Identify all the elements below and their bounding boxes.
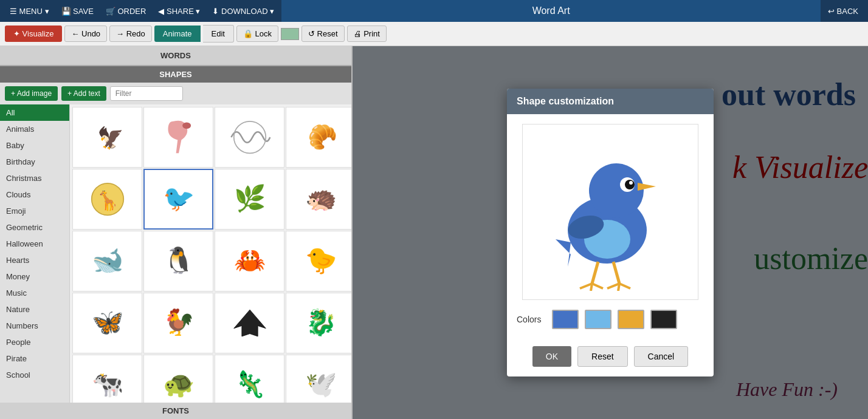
shape-crab[interactable]: 🦀 <box>215 231 284 291</box>
shape-dragon[interactable]: 🐉 <box>286 293 351 353</box>
svg-line-33 <box>592 262 598 284</box>
print-button[interactable]: 🖨 Print <box>347 26 387 42</box>
svg-line-40 <box>619 284 630 288</box>
svg-text:🦒: 🦒 <box>95 189 119 212</box>
category-item-hearts[interactable]: Hearts <box>0 252 69 268</box>
svg-marker-30 <box>638 183 656 191</box>
svg-text:🐋: 🐋 <box>91 245 123 276</box>
svg-line-37 <box>592 284 603 288</box>
category-item-animals[interactable]: Animals <box>0 121 69 137</box>
category-item-numbers[interactable]: Numbers <box>0 318 69 334</box>
category-item-money[interactable]: Money <box>0 268 69 285</box>
color-swatch-blue[interactable] <box>552 310 579 329</box>
shape-wave[interactable] <box>215 107 284 168</box>
shape-eagle[interactable] <box>215 293 284 353</box>
category-item-nature[interactable]: Nature <box>0 301 69 318</box>
canvas-area[interactable]: out words k Visualize ustomize Have Fun … <box>353 46 868 419</box>
svg-point-2 <box>233 121 266 154</box>
modal-title: Shape customization <box>507 89 714 114</box>
svg-point-28 <box>625 180 635 189</box>
shape-giraffe[interactable]: 🦒 <box>72 169 142 230</box>
shape-bird-feet[interactable]: 🦅 <box>72 107 142 168</box>
order-button[interactable]: 🛒 ORDER <box>101 4 151 18</box>
category-item-christmas[interactable]: Christmas <box>0 170 69 186</box>
save-button[interactable]: 💾 SAVE <box>57 4 98 18</box>
svg-text:🌿: 🌿 <box>233 183 266 214</box>
shape-butterfly[interactable]: 🦋 <box>72 293 142 353</box>
shape-whale[interactable]: 🐋 <box>72 231 142 291</box>
shape-rooster[interactable]: 🐓 <box>143 293 213 353</box>
lock-button[interactable]: 🔒 Lock <box>236 26 278 42</box>
category-item-all[interactable]: All <box>0 104 69 121</box>
add-text-button[interactable]: + Add text <box>61 86 106 101</box>
category-item-school[interactable]: School <box>0 367 69 383</box>
modal-reset-button[interactable]: Reset <box>577 346 628 367</box>
category-item-clouds[interactable]: Clouds <box>0 186 69 203</box>
svg-marker-32 <box>556 239 571 267</box>
share-button[interactable]: ◀ SHARE ▾ <box>153 4 205 18</box>
reset-button[interactable]: ↺ Reset <box>301 26 345 42</box>
top-toolbar: ☰ MENU ▾ 💾 SAVE 🛒 ORDER ◀ SHARE ▾ ⬇ DOWN… <box>0 0 868 22</box>
shape-penguin[interactable]: 🐧 <box>143 231 213 291</box>
svg-text:🦅: 🦅 <box>97 125 123 151</box>
category-item-people[interactable]: People <box>0 334 69 350</box>
category-item-geometric[interactable]: Geometric <box>0 219 69 236</box>
svg-text:🦎: 🦎 <box>233 369 266 400</box>
animate-button[interactable]: Animate <box>154 26 201 42</box>
category-item-baby[interactable]: Baby <box>0 137 69 154</box>
tab-shapes[interactable]: SHAPES <box>0 66 351 83</box>
filter-input[interactable] <box>110 86 183 101</box>
svg-point-26 <box>589 163 644 218</box>
menu-button[interactable]: ☰ MENU ▾ <box>5 4 54 18</box>
second-toolbar: ✦ Visualize ← Undo → Redo Animate Edit 🔒… <box>0 22 868 46</box>
shape-bluebird[interactable]: 🐦 <box>143 169 213 230</box>
shape-dove[interactable]: 🕊️ <box>286 355 351 403</box>
category-item-birthday[interactable]: Birthday <box>0 154 69 170</box>
redo-button[interactable]: → Redo <box>109 26 152 42</box>
colors-label: Colors <box>517 315 541 324</box>
color-swatch-black[interactable] <box>650 310 677 329</box>
add-image-button[interactable]: + Add image <box>5 86 58 101</box>
app-title: Word Art <box>281 0 821 22</box>
svg-text:🐧: 🐧 <box>162 245 195 276</box>
main-layout: WORDS SHAPES + Add image + Add text All … <box>0 46 868 419</box>
svg-text:🦔: 🦔 <box>305 183 337 214</box>
modal-cancel-button[interactable]: Cancel <box>634 346 689 367</box>
shape-cow[interactable]: 🐄 <box>72 355 142 403</box>
svg-text:🦋: 🦋 <box>91 307 123 338</box>
modal-colors-row: Colors <box>517 310 704 329</box>
shape-flamingo[interactable] <box>143 107 213 168</box>
shape-chick[interactable]: 🐤 <box>286 231 351 291</box>
panel-tabs: WORDS <box>0 46 351 66</box>
undo-button[interactable]: ← Undo <box>64 26 107 42</box>
shape-customization-modal: Shape customization <box>507 89 714 376</box>
modal-footer: OK Reset Cancel <box>507 339 714 376</box>
download-button[interactable]: ⬇ DOWNLOAD ▾ <box>207 4 279 18</box>
svg-text:🐢: 🐢 <box>162 369 195 400</box>
color-swatch-light-blue[interactable] <box>585 310 611 329</box>
shape-lizard[interactable]: 🦎 <box>215 355 284 403</box>
category-item-music[interactable]: Music <box>0 285 69 301</box>
edit-button[interactable]: Edit <box>203 25 234 43</box>
category-item-emoji[interactable]: Emoji <box>0 203 69 219</box>
category-item-halloween[interactable]: Halloween <box>0 236 69 252</box>
color-swatch-yellow[interactable] <box>618 310 644 329</box>
shapes-toolbar: + Add image + Add text <box>0 83 351 104</box>
shape-turtle[interactable]: 🐢 <box>143 355 213 403</box>
svg-text:🐦: 🐦 <box>162 183 195 214</box>
svg-text:🦀: 🦀 <box>233 245 266 276</box>
category-item-pirate[interactable]: Pirate <box>0 350 69 367</box>
category-list: All Animals Baby Birthday Christmas Clou… <box>0 104 70 403</box>
modal-bird-preview <box>522 124 698 300</box>
visualize-button[interactable]: ✦ Visualize <box>5 26 62 42</box>
svg-text:🐉: 🐉 <box>305 307 337 338</box>
color-swatch-bar[interactable] <box>281 28 299 40</box>
svg-line-34 <box>613 262 619 284</box>
shapes-grid: 🦅 🥐 🦒 🐦 🌿 <box>70 104 351 403</box>
tab-words[interactable]: WORDS <box>0 46 351 66</box>
shape-hedgehog[interactable]: 🦔 <box>286 169 351 230</box>
shape-tree-leaves[interactable]: 🌿 <box>215 169 284 230</box>
back-button[interactable]: ↩ BACK <box>823 4 863 18</box>
shape-pretzel[interactable]: 🥐 <box>286 107 351 168</box>
modal-ok-button[interactable]: OK <box>532 346 571 367</box>
